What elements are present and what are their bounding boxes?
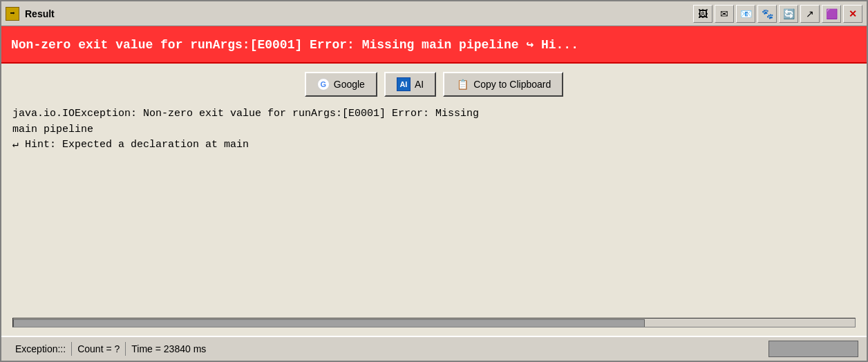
- email-button[interactable]: ✉: [715, 5, 734, 23]
- exception-label: Exception:::: [10, 343, 71, 354]
- external-button[interactable]: ↗: [800, 5, 820, 23]
- error-line-2: main pipeline: [12, 122, 856, 138]
- ai-icon: AI: [397, 77, 411, 91]
- count-label: Count = ?: [72, 343, 125, 354]
- error-line-1: java.io.IOException: Non-zero exit value…: [12, 106, 856, 122]
- paw-button[interactable]: 🐾: [757, 5, 777, 23]
- title-left: ➡ Result: [6, 7, 55, 21]
- close-button[interactable]: ✕: [843, 5, 862, 23]
- error-banner-text: Non-zero exit value for runArgs:[E0001] …: [11, 37, 578, 52]
- error-line-3: ↵ Hint: Expected a declaration at main: [12, 137, 856, 153]
- clipboard-icon: 📋: [455, 77, 469, 91]
- time-label: Time = 23840 ms: [126, 343, 211, 354]
- window-icon: ➡: [6, 7, 19, 21]
- google-button-label: Google: [334, 79, 365, 90]
- screenshot-button[interactable]: 🖼: [693, 5, 713, 23]
- action-button-row: G Google AI AI 📋 Copy to Clipboard: [12, 72, 856, 97]
- mail2-button[interactable]: 📧: [736, 5, 755, 23]
- content-area: G Google AI AI 📋 Copy to Clipboard java.…: [1, 64, 867, 336]
- title-buttons: 🖼 ✉ 📧 🐾 🔄 ↗ 🟪 ✕: [693, 5, 862, 23]
- error-banner: Non-zero exit value for runArgs:[E0001] …: [1, 26, 867, 64]
- maximize-button[interactable]: 🟪: [822, 5, 841, 23]
- google-button[interactable]: G Google: [305, 72, 377, 97]
- refresh-button[interactable]: 🔄: [779, 5, 798, 23]
- result-window: ➡ Result 🖼 ✉ 📧 🐾 🔄 ↗ 🟪 ✕ Non-zero exit v…: [0, 0, 868, 362]
- window-title: Result: [25, 8, 55, 19]
- ai-button[interactable]: AI AI: [384, 72, 436, 97]
- status-bar: Exception::: Count = ? Time = 23840 ms: [1, 336, 867, 361]
- google-icon: G: [317, 78, 330, 90]
- ai-button-label: AI: [415, 79, 424, 90]
- horizontal-scrollbar[interactable]: [12, 318, 856, 327]
- copy-clipboard-button[interactable]: 📋 Copy to Clipboard: [443, 72, 563, 97]
- clipboard-button-label: Copy to Clipboard: [473, 79, 551, 90]
- status-gray-box: [768, 341, 858, 357]
- error-text-block: java.io.IOException: Non-zero exit value…: [12, 106, 856, 312]
- scrollbar-thumb[interactable]: [13, 319, 645, 327]
- title-bar: ➡ Result 🖼 ✉ 📧 🐾 🔄 ↗ 🟪 ✕: [1, 1, 867, 26]
